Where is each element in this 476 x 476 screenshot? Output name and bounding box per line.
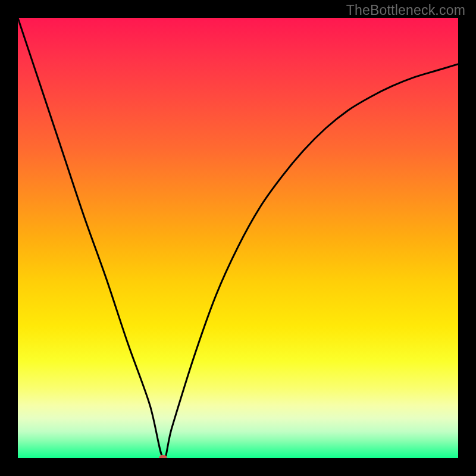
marker-dot [159,455,167,458]
watermark-text: TheBottleneck.com [346,2,465,18]
curve-svg [18,18,458,458]
bottleneck-curve [18,18,458,458]
plot-area [18,18,458,458]
chart-frame: TheBottleneck.com [0,0,476,476]
